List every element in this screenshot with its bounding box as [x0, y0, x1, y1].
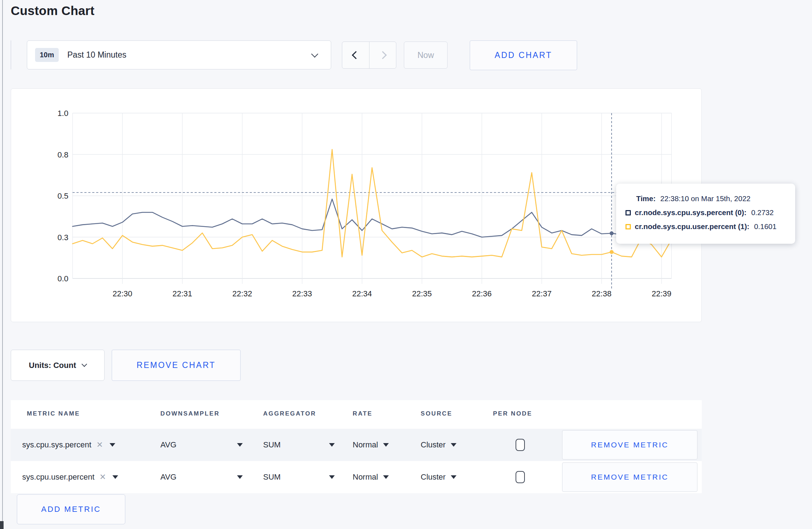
downsampler-value: AVG — [160, 472, 177, 482]
clear-metric-icon[interactable]: ✕ — [96, 440, 103, 450]
metrics-table: METRIC NAME DOWNSAMPLER AGGREGATOR RATE … — [11, 400, 702, 493]
downsampler-value: AVG — [160, 440, 177, 450]
series-0-legend-square-icon — [625, 210, 631, 215]
x-tick-label: 22:33 — [292, 289, 312, 298]
tooltip-series-row: cr.node.sys.cpu.sys.percent (0): 0.2732 — [625, 208, 784, 217]
metric-name-value: sys.cpu.sys.percent — [22, 440, 91, 450]
time-range-badge: 10m — [35, 48, 59, 62]
window-corner-artifact — [0, 521, 4, 529]
x-tick-label: 22:31 — [173, 289, 192, 298]
rate-select[interactable]: Normal — [353, 461, 389, 493]
col-header-source: SOURCE — [421, 410, 452, 417]
page-title: Custom Chart — [11, 4, 95, 18]
aggregator-select[interactable]: SUM — [263, 461, 335, 493]
dropdown-caret-icon — [329, 475, 335, 479]
crosshair-dot-0 — [610, 231, 614, 235]
y-tick-label: 0.5 — [57, 191, 68, 200]
chevron-left-icon — [352, 51, 360, 59]
y-tick-label: 0.3 — [57, 233, 68, 242]
remove-metric-button[interactable]: REMOVE METRIC — [562, 462, 697, 492]
x-tick-label: 22:37 — [532, 289, 552, 298]
dropdown-caret-icon — [329, 443, 335, 447]
time-range-label: Past 10 Minutes — [67, 50, 126, 60]
rate-select[interactable]: Normal — [353, 429, 389, 461]
chart-card: 0.00.30.50.81.022:3022:3122:3222:3322:34… — [11, 88, 702, 322]
tooltip-series-row: cr.node.sys.cpu.user.percent (1): 0.1601 — [625, 222, 784, 231]
window-left-edge — [2, 0, 3, 529]
source-select[interactable]: Cluster — [421, 461, 456, 493]
dropdown-caret-icon — [451, 475, 456, 479]
dropdown-caret-icon — [110, 443, 115, 447]
tooltip-series-1-name: cr.node.sys.cpu.user.percent (1): — [635, 222, 749, 231]
col-header-rate: RATE — [353, 410, 372, 417]
aggregator-select[interactable]: SUM — [263, 429, 335, 461]
tooltip-series-1-value: 0.1601 — [754, 222, 777, 231]
clear-metric-icon[interactable]: ✕ — [100, 472, 106, 482]
units-label: Units: Count — [29, 361, 76, 370]
aggregator-value: SUM — [263, 440, 281, 450]
chevron-down-icon — [82, 361, 87, 367]
x-tick-label: 22:38 — [592, 289, 612, 298]
col-header-downsampler: DOWNSAMPLER — [160, 410, 220, 417]
chart-svg[interactable]: 0.00.30.50.81.022:3022:3122:3222:3322:34… — [11, 89, 702, 322]
x-tick-label: 22:39 — [652, 289, 671, 298]
col-header-per-node: PER NODE — [493, 410, 532, 417]
add-chart-button[interactable]: ADD CHART — [470, 40, 577, 70]
metric-name-select[interactable]: sys.cpu.sys.percent ✕ — [22, 429, 115, 461]
rate-value: Normal — [353, 472, 378, 482]
dropdown-caret-icon — [112, 475, 118, 479]
downsampler-select[interactable]: AVG — [160, 461, 243, 493]
x-tick-label: 22:35 — [412, 289, 432, 298]
metric-row: sys.cpu.sys.percent ✕ AVG SUM Normal Clu… — [11, 429, 702, 461]
col-header-aggregator: AGGREGATOR — [263, 410, 316, 417]
downsampler-select[interactable]: AVG — [160, 429, 243, 461]
chevron-down-icon — [311, 50, 318, 58]
tooltip-time-row: Time: 22:38:10 on Mar 15th, 2022 — [625, 194, 784, 203]
y-tick-label: 0.8 — [57, 150, 68, 159]
rate-value: Normal — [353, 440, 378, 450]
dropdown-caret-icon — [237, 443, 243, 447]
tooltip-series-0-value: 0.2732 — [751, 208, 774, 217]
time-nav-group — [342, 42, 396, 69]
source-select[interactable]: Cluster — [421, 429, 456, 461]
per-node-checkbox[interactable] — [516, 471, 525, 483]
metric-name-select[interactable]: sys.cpu.user.percent ✕ — [22, 461, 118, 493]
now-button[interactable]: Now — [404, 42, 448, 69]
col-header-metric-name: METRIC NAME — [27, 410, 80, 417]
per-node-checkbox[interactable] — [516, 439, 525, 451]
crosshair-dot-1 — [610, 250, 614, 254]
dropdown-caret-icon — [383, 443, 389, 447]
units-dropdown[interactable]: Units: Count — [11, 350, 105, 381]
time-range-dropdown[interactable]: 10m Past 10 Minutes — [27, 40, 331, 69]
prev-window-button[interactable] — [342, 42, 369, 68]
metrics-table-header: METRIC NAME DOWNSAMPLER AGGREGATOR RATE … — [11, 400, 702, 429]
toolbar-divider — [11, 40, 11, 69]
remove-metric-button[interactable]: REMOVE METRIC — [562, 430, 697, 460]
x-tick-label: 22:36 — [472, 289, 492, 298]
y-tick-label: 0.0 — [57, 274, 68, 283]
chevron-right-icon — [379, 51, 387, 59]
metric-row: sys.cpu.user.percent ✕ AVG SUM Normal Cl… — [11, 461, 702, 493]
remove-chart-button[interactable]: REMOVE CHART — [112, 350, 241, 381]
source-value: Cluster — [421, 440, 446, 450]
next-window-button[interactable] — [369, 42, 396, 68]
x-tick-label: 22:30 — [112, 289, 132, 298]
dropdown-caret-icon — [383, 475, 389, 479]
aggregator-value: SUM — [263, 472, 281, 482]
custom-chart-page: Custom Chart 10m Past 10 Minutes Now ADD… — [0, 0, 812, 529]
tooltip-time-value: 22:38:10 on Mar 15th, 2022 — [660, 194, 750, 203]
x-tick-label: 22:32 — [232, 289, 252, 298]
y-tick-label: 1.0 — [57, 109, 68, 118]
add-metric-button[interactable]: ADD METRIC — [17, 494, 125, 524]
series-line-1 — [73, 150, 672, 257]
chart-tooltip: Time: 22:38:10 on Mar 15th, 2022 cr.node… — [616, 184, 795, 244]
tooltip-time-label: Time: — [636, 194, 656, 203]
dropdown-caret-icon — [451, 443, 456, 447]
source-value: Cluster — [421, 472, 446, 482]
series-line-0 — [73, 199, 672, 237]
series-1-legend-square-icon — [625, 224, 631, 229]
dropdown-caret-icon — [237, 475, 243, 479]
tooltip-series-0-name: cr.node.sys.cpu.sys.percent (0): — [635, 208, 746, 217]
metric-name-value: sys.cpu.user.percent — [22, 472, 95, 482]
x-tick-label: 22:34 — [352, 289, 372, 298]
